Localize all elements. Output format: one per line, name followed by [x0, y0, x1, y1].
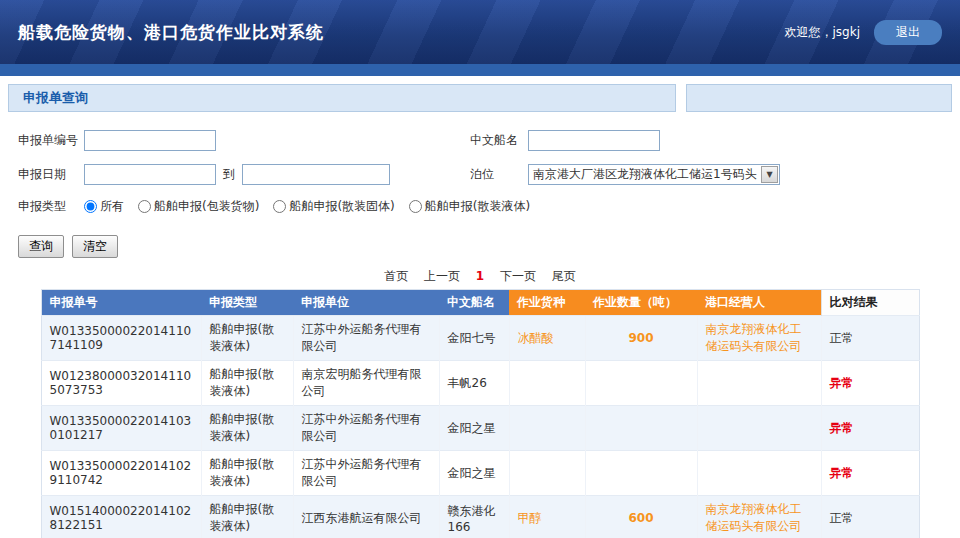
form-row-1: 申报单编号 中文船名: [18, 130, 960, 151]
col-result: 比对结果: [821, 290, 919, 316]
header-right-area: 欢迎您，jsgkj 退出: [785, 20, 943, 45]
cell-result: 异常: [821, 451, 919, 496]
cell-type: 船舶申报(散装液体): [201, 496, 293, 538]
welcome-text: 欢迎您，jsgkj: [785, 24, 861, 41]
radio-packaged[interactable]: 船舶申报(包装货物): [138, 198, 259, 215]
cell-ship: 金阳七号: [439, 316, 509, 361]
cell-qty: 900: [585, 316, 697, 361]
ship-name-input[interactable]: [528, 130, 660, 151]
date-label: 申报日期: [18, 166, 84, 183]
radio-bulk-liquid[interactable]: 船舶申报(散装液体): [409, 198, 530, 215]
cell-type: 船舶申报(散装液体): [201, 361, 293, 406]
results-table: 申报单号 申报类型 申报单位 中文船名 作业货种 作业数量（吨） 港口经营人 比…: [41, 289, 920, 538]
berth-select[interactable]: 南京港大厂港区龙翔液体化工储运1号码头 ▼: [528, 164, 780, 185]
cell-decl-no: W013350000220141030101217: [41, 406, 201, 451]
cell-cargo: 冰醋酸: [509, 316, 585, 361]
col-qty: 作业数量（吨）: [585, 290, 697, 316]
cell-agent: 江苏中外运船务代理有限公司: [293, 316, 439, 361]
cell-agent: 南京宏明船务代理有限公司: [293, 361, 439, 406]
cell-cargo: [509, 451, 585, 496]
cell-qty: [585, 406, 697, 451]
cell-operator: [697, 361, 821, 406]
cell-agent: 江苏中外运船务代理有限公司: [293, 451, 439, 496]
cell-ship: 丰帆26: [439, 361, 509, 406]
table-row: W015140000220141028122151 船舶申报(散装液体) 江西东…: [41, 496, 919, 538]
type-label: 申报类型: [18, 198, 84, 215]
cell-type: 船舶申报(散装液体): [201, 316, 293, 361]
cell-cargo: 甲醇: [509, 496, 585, 538]
cell-decl-no: W012380000320141105073753: [41, 361, 201, 406]
query-form: 申报单编号 中文船名 申报日期 到 泊位 南京港大厂港区龙翔液体化工储运1号码头…: [0, 112, 960, 215]
col-type: 申报类型: [201, 290, 293, 316]
col-operator: 港口经营人: [697, 290, 821, 316]
chevron-down-icon[interactable]: ▼: [761, 166, 778, 183]
logout-button[interactable]: 退出: [874, 20, 942, 45]
cell-cargo: [509, 361, 585, 406]
clear-button[interactable]: 清空: [72, 235, 118, 258]
page-prev-link[interactable]: 上一页: [424, 269, 460, 283]
cell-operator: 南京龙翔液体化工储运码头有限公司: [697, 316, 821, 361]
berth-label: 泊位: [470, 166, 528, 183]
page-last-link[interactable]: 尾页: [552, 269, 576, 283]
cell-type: 船舶申报(散装液体): [201, 451, 293, 496]
page-current: 1: [476, 269, 484, 283]
cell-agent: 江西东港航运有限公司: [293, 496, 439, 538]
cell-agent: 江苏中外运船务代理有限公司: [293, 406, 439, 451]
page-title: 申报单查询: [8, 84, 676, 112]
col-cargo: 作业货种: [509, 290, 585, 316]
cell-qty: [585, 451, 697, 496]
cell-operator: [697, 406, 821, 451]
top-header-bar: 船载危险货物、港口危货作业比对系统 欢迎您，jsgkj 退出: [0, 0, 960, 64]
decl-no-label: 申报单编号: [18, 132, 84, 149]
radio-bulk-liquid-input[interactable]: [409, 200, 422, 213]
date-to-label: 到: [223, 166, 235, 183]
ship-name-label: 中文船名: [470, 132, 528, 149]
cell-ship: 赣东港化166: [439, 496, 509, 538]
col-agent: 申报单位: [293, 290, 439, 316]
cell-qty: 600: [585, 496, 697, 538]
cell-type: 船舶申报(散装液体): [201, 406, 293, 451]
cell-ship: 金阳之星: [439, 406, 509, 451]
date-from-input[interactable]: [84, 164, 216, 185]
table-row: W013350000220141030101217 船舶申报(散装液体) 江苏中…: [41, 406, 919, 451]
cell-qty: [585, 361, 697, 406]
cell-operator: 南京龙翔液体化工储运码头有限公司: [697, 496, 821, 538]
cell-result: 正常: [821, 496, 919, 538]
section-header-right: [686, 84, 952, 112]
cell-decl-no: W013350000220141029110742: [41, 451, 201, 496]
cell-decl-no: W015140000220141028122151: [41, 496, 201, 538]
table-row: W013350000220141029110742 船舶申报(散装液体) 江苏中…: [41, 451, 919, 496]
page-next-link[interactable]: 下一页: [500, 269, 536, 283]
cell-operator: [697, 451, 821, 496]
date-to-input[interactable]: [242, 164, 390, 185]
form-row-3: 申报类型 所有 船舶申报(包装货物) 船舶申报(散装固体) 船舶申报(散装液体): [18, 198, 960, 215]
section-header: 申报单查询: [8, 84, 952, 112]
pagination: 首页 上一页 1 下一页 尾页: [41, 268, 919, 285]
radio-all-input[interactable]: [84, 200, 97, 213]
form-row-2: 申报日期 到 泊位 南京港大厂港区龙翔液体化工储运1号码头 ▼: [18, 164, 960, 185]
radio-bulk-solid[interactable]: 船舶申报(散装固体): [273, 198, 394, 215]
decl-type-radio-group: 所有 船舶申报(包装货物) 船舶申报(散装固体) 船舶申报(散装液体): [84, 198, 540, 215]
radio-bulk-solid-input[interactable]: [273, 200, 286, 213]
radio-packaged-input[interactable]: [138, 200, 151, 213]
col-ship: 中文船名: [439, 290, 509, 316]
app-title: 船载危险货物、港口危货作业比对系统: [18, 21, 324, 44]
cell-ship: 金阳之星: [439, 451, 509, 496]
table-header-row: 申报单号 申报类型 申报单位 中文船名 作业货种 作业数量（吨） 港口经营人 比…: [41, 290, 919, 316]
berth-select-value: 南京港大厂港区龙翔液体化工储运1号码头: [529, 166, 761, 183]
table-row: W012380000320141105073753 船舶申报(散装液体) 南京宏…: [41, 361, 919, 406]
decl-no-input[interactable]: [84, 130, 216, 151]
cell-cargo: [509, 406, 585, 451]
sub-header-strip: [0, 64, 960, 76]
form-buttons: 查询 清空: [18, 235, 960, 258]
cell-result: 正常: [821, 316, 919, 361]
radio-all[interactable]: 所有: [84, 198, 124, 215]
query-button[interactable]: 查询: [18, 235, 64, 258]
page-first-link[interactable]: 首页: [384, 269, 408, 283]
cell-result: 异常: [821, 361, 919, 406]
cell-result: 异常: [821, 406, 919, 451]
col-decl-no: 申报单号: [41, 290, 201, 316]
cell-decl-no: W013350000220141107141109: [41, 316, 201, 361]
table-row: W013350000220141107141109 船舶申报(散装液体) 江苏中…: [41, 316, 919, 361]
